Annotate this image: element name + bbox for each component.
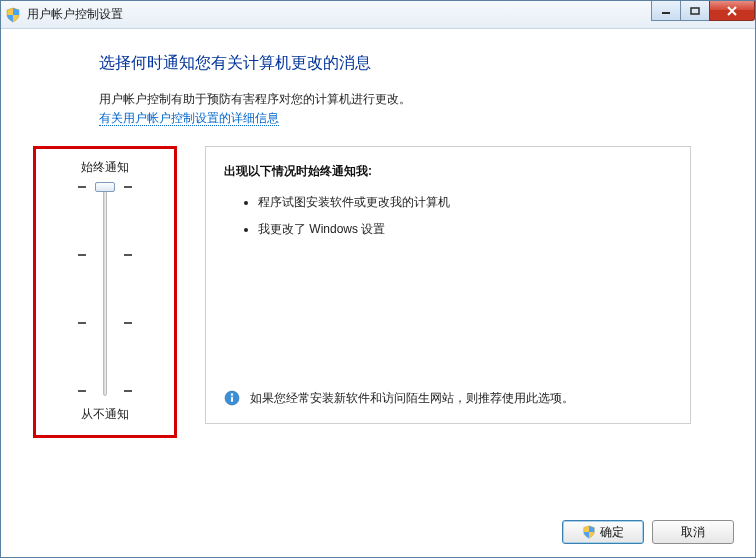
svg-point-3 [231, 394, 233, 396]
notification-slider-box: 始终通知 从不通知 [33, 146, 177, 438]
svg-rect-0 [662, 12, 670, 14]
info-title: 出现以下情况时始终通知我: [224, 163, 672, 180]
shield-icon [582, 525, 596, 539]
slider-tick [124, 322, 132, 324]
description: 用户帐户控制有助于预防有害程序对您的计算机进行更改。 有关用户帐户控制设置的详细… [99, 90, 729, 128]
slider-track-area [36, 186, 174, 396]
info-list: 程序试图安装软件或更改我的计算机 我更改了 Windows 设置 [258, 194, 672, 238]
main-area: 始终通知 从不通知 出现以下情况时始终通知我: 程序试图安装软件或更改我的计算机… [27, 146, 729, 438]
close-button[interactable] [709, 1, 755, 21]
slider-track[interactable] [103, 186, 107, 396]
slider-tick [78, 186, 86, 188]
minimize-button[interactable] [651, 1, 681, 21]
window-controls [652, 1, 755, 21]
cancel-button-label: 取消 [681, 524, 705, 541]
window-title: 用户帐户控制设置 [27, 6, 123, 23]
list-item: 我更改了 Windows 设置 [258, 221, 672, 238]
slider-tick [124, 186, 132, 188]
slider-label-bottom: 从不通知 [36, 406, 174, 423]
maximize-button[interactable] [680, 1, 710, 21]
footer-buttons: 确定 取消 [562, 520, 734, 544]
info-icon [224, 390, 240, 406]
page-heading: 选择何时通知您有关计算机更改的消息 [99, 53, 729, 74]
content-area: 选择何时通知您有关计算机更改的消息 用户帐户控制有助于预防有害程序对您的计算机进… [1, 29, 755, 438]
svg-rect-4 [231, 397, 233, 403]
ok-button[interactable]: 确定 [562, 520, 644, 544]
recommendation-text: 如果您经常安装新软件和访问陌生网站，则推荐使用此选项。 [250, 389, 574, 407]
slider-tick [124, 254, 132, 256]
slider-tick [124, 390, 132, 392]
ok-button-label: 确定 [600, 524, 624, 541]
slider-tick [78, 322, 86, 324]
learn-more-link[interactable]: 有关用户帐户控制设置的详细信息 [99, 111, 279, 126]
titlebar: 用户帐户控制设置 [1, 1, 755, 29]
list-item: 程序试图安装软件或更改我的计算机 [258, 194, 672, 211]
slider-thumb[interactable] [95, 182, 115, 192]
slider-label-top: 始终通知 [36, 159, 174, 176]
svg-rect-1 [691, 8, 699, 14]
recommendation-row: 如果您经常安装新软件和访问陌生网站，则推荐使用此选项。 [224, 389, 672, 407]
slider-tick [78, 254, 86, 256]
info-panel: 出现以下情况时始终通知我: 程序试图安装软件或更改我的计算机 我更改了 Wind… [205, 146, 691, 424]
slider-tick [78, 390, 86, 392]
cancel-button[interactable]: 取消 [652, 520, 734, 544]
description-text: 用户帐户控制有助于预防有害程序对您的计算机进行更改。 [99, 92, 411, 106]
shield-icon [5, 7, 21, 23]
